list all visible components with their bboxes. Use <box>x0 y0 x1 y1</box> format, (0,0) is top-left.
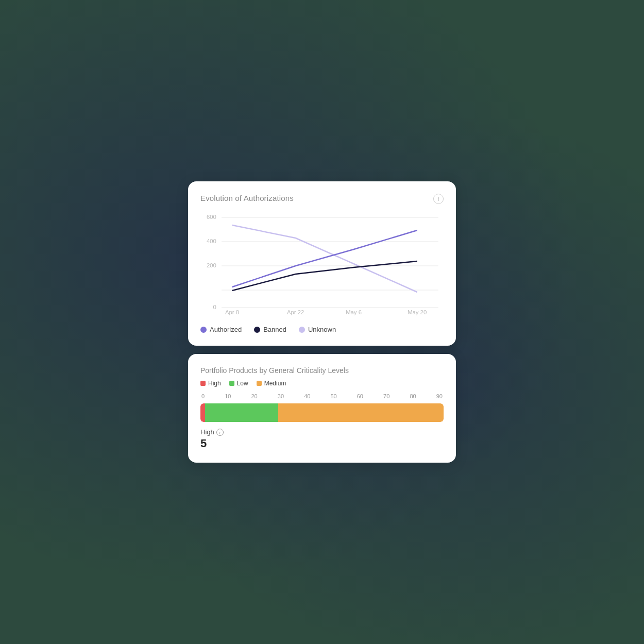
card1-title: Evolution of Authorizations <box>200 194 294 202</box>
chart-legend: Authorized Banned Unknown <box>200 321 444 333</box>
low-label: Low <box>237 380 248 387</box>
banned-dot <box>254 327 260 333</box>
criticality-legend: High Low Medium <box>200 380 444 387</box>
svg-text:May 20: May 20 <box>408 309 427 315</box>
tooltip-value: 5 <box>200 437 224 450</box>
svg-text:600: 600 <box>207 214 216 220</box>
medium-label: Medium <box>264 380 286 387</box>
legend-authorized: Authorized <box>200 326 242 333</box>
axis-labels: 0 10 20 30 40 50 60 70 80 90 <box>200 393 444 399</box>
card2-header: Portfolio Products by General Criticalit… <box>200 366 444 387</box>
evolution-card: Evolution of Authorizations i 600 400 20… <box>188 181 456 346</box>
bar-low-segment <box>205 403 278 422</box>
svg-text:Apr 22: Apr 22 <box>287 309 304 315</box>
unknown-dot <box>299 327 305 333</box>
legend-medium: Medium <box>257 380 286 387</box>
line-chart: 600 400 200 0 Apr 8 Apr 22 May 6 May 20 <box>200 212 444 315</box>
svg-text:Apr 8: Apr 8 <box>225 309 239 315</box>
authorized-dot <box>200 327 207 333</box>
authorized-label: Authorized <box>210 326 242 333</box>
tooltip-info-icon[interactable]: i <box>216 429 224 436</box>
portfolio-card: Portfolio Products by General Criticalit… <box>188 354 456 463</box>
cards-container: Evolution of Authorizations i 600 400 20… <box>188 181 456 463</box>
svg-text:400: 400 <box>207 238 216 244</box>
svg-text:May 6: May 6 <box>346 309 362 315</box>
legend-banned: Banned <box>254 326 286 333</box>
bar-high-segment <box>200 403 205 422</box>
banned-label: Banned <box>263 326 286 333</box>
high-tooltip: High i 5 <box>200 428 224 450</box>
info-icon[interactable]: i <box>433 194 444 204</box>
stacked-bar <box>200 403 444 422</box>
tooltip-label: High i <box>200 428 224 436</box>
svg-text:0: 0 <box>213 304 216 310</box>
card1-header: Evolution of Authorizations i <box>200 194 444 204</box>
medium-dot <box>257 381 262 386</box>
unknown-label: Unknown <box>308 326 336 333</box>
low-dot <box>229 381 234 386</box>
svg-text:200: 200 <box>207 262 216 268</box>
legend-low: Low <box>229 380 248 387</box>
high-label: High <box>208 380 221 387</box>
bar-medium-segment <box>278 403 444 422</box>
card2-title: Portfolio Products by General Criticalit… <box>200 366 444 375</box>
chart-svg: 600 400 200 0 Apr 8 Apr 22 May 6 May 20 <box>200 212 444 315</box>
high-dot <box>200 381 206 386</box>
legend-high: High <box>200 380 221 387</box>
legend-unknown: Unknown <box>299 326 336 333</box>
